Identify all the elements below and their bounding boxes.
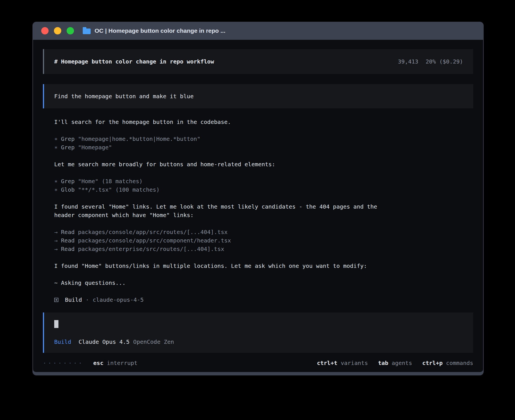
token-count: 39,413 (398, 57, 418, 66)
tool-call-grep-3: ∗ Grep "Home" (18 matches) (54, 177, 473, 185)
status-bar-left: ········ esc interrupt (43, 359, 138, 367)
zoom-button[interactable] (67, 27, 74, 34)
tool-call-grep-2: ∗ Grep "Homepage" (54, 143, 473, 152)
user-message-text: Find the homepage button and make it blu… (54, 92, 194, 100)
tool-arrow-icon: → (54, 245, 58, 253)
tool-name: Grep (61, 135, 75, 143)
tool-name: Glob (61, 185, 75, 194)
window-title: OC | Homepage button color change in rep… (95, 27, 225, 34)
folder-icon (83, 29, 91, 34)
session-title: # Homepage button color change in repo w… (54, 57, 214, 66)
session-stats: 39,413 20% ($0.29) (398, 57, 463, 66)
tool-arrow-icon: → (54, 228, 58, 236)
tool-args: "**/*.tsx" (100 matches) (78, 185, 160, 194)
shortcut-key: tab (378, 359, 388, 367)
tool-bullet-icon: ∗ (54, 135, 58, 143)
tool-bullet-icon: ∗ (54, 143, 58, 152)
input-mode-line: Build Claude Opus 4.5 OpenCode Zen (54, 338, 463, 346)
tool-call-read-1: → Read packages/console/app/src/routes/[… (54, 228, 473, 236)
tool-args: "homepage|home.*button|Home.*button" (78, 135, 200, 143)
tool-args: packages/console/app/src/routes/[...404]… (78, 228, 228, 236)
agent-separator: · (86, 296, 89, 304)
text-cursor (54, 320, 58, 328)
tool-bullet-icon: ∗ (54, 177, 58, 185)
status-bar-right: ctrl+t variants tab agents ctrl+p comman… (307, 359, 473, 367)
tool-call-glob: ∗ Glob "**/*.tsx" (100 matches) (54, 185, 473, 194)
agent-status: Build · claude-opus-4-5 (54, 296, 473, 304)
shortcut-variants: ctrl+t variants (317, 359, 368, 367)
shortcut-label: agents (392, 359, 412, 367)
context-cost: 20% ($0.29) (426, 57, 463, 66)
shortcut-label: variants (341, 359, 368, 367)
traffic-lights (41, 27, 74, 34)
assistant-message-1: I'll search for the homepage button in t… (54, 118, 473, 126)
tool-name: Grep (61, 177, 75, 185)
tool-group-3: → Read packages/console/app/src/routes/[… (54, 228, 473, 253)
assistant-message-2: Let me search more broadly for buttons a… (54, 160, 473, 169)
agent-name: Build (65, 296, 82, 304)
spinner-dots-icon: ········ (43, 359, 84, 367)
tool-name: Read (61, 236, 75, 245)
transcript: I'll search for the homepage button in t… (43, 118, 473, 304)
tool-args: "Home" (18 matches) (78, 177, 143, 185)
tool-arrow-icon: → (54, 236, 58, 245)
tool-bullet-icon: ∗ (54, 185, 58, 194)
user-message: Find the homepage button and make it blu… (43, 84, 473, 108)
tool-args: "Homepage" (78, 143, 112, 152)
shortcut-key: ctrl+p (422, 359, 442, 367)
assistant-message-4: I found "Home" buttons/links in multiple… (54, 262, 473, 270)
asking-questions-status: ~ Asking questions... (54, 279, 473, 287)
model-name[interactable]: Claude Opus 4.5 (78, 338, 130, 346)
tool-name: Grep (61, 143, 75, 152)
tool-call-grep-1: ∗ Grep "homepage|home.*button|Home.*butt… (54, 135, 473, 143)
title-group: OC | Homepage button color change in rep… (83, 27, 225, 34)
shortcut-agents: tab agents (378, 359, 412, 367)
session-header: # Homepage button color change in repo w… (43, 49, 473, 74)
terminal-window: OC | Homepage button color change in rep… (32, 22, 484, 375)
esc-key-hint: esc (93, 359, 103, 367)
shortcut-label: commands (446, 359, 473, 367)
shortcut-key: ctrl+t (317, 359, 337, 367)
shortcut-commands: ctrl+p commands (422, 359, 473, 367)
close-button[interactable] (41, 27, 49, 34)
input-line[interactable] (54, 320, 463, 328)
tool-group-1: ∗ Grep "homepage|home.*button|Home.*butt… (54, 135, 473, 152)
window-titlebar[interactable]: OC | Homepage button color change in rep… (33, 22, 483, 40)
tool-args: packages/console/app/src/component/heade… (78, 236, 231, 245)
tool-name: Read (61, 228, 75, 236)
esc-key-label: interrupt (107, 359, 137, 367)
terminal-content: # Homepage button color change in repo w… (33, 40, 483, 372)
tool-call-read-2: → Read packages/console/app/src/componen… (54, 236, 473, 245)
agent-icon (54, 298, 58, 302)
status-bar: ········ esc interrupt ctrl+t variants t… (43, 359, 473, 367)
assistant-message-3: I found several "Home" links. Let me loo… (54, 202, 473, 219)
tool-call-read-3: → Read packages/enterprise/src/routes/[.… (54, 245, 473, 253)
agent-model: claude-opus-4-5 (93, 296, 144, 304)
tool-name: Read (61, 245, 75, 253)
minimize-button[interactable] (54, 27, 61, 34)
prompt-input[interactable]: Build Claude Opus 4.5 OpenCode Zen (43, 312, 473, 353)
tool-group-2: ∗ Grep "Home" (18 matches) ∗ Glob "**/*.… (54, 177, 473, 194)
tool-args: packages/enterprise/src/routes/[...404].… (78, 245, 224, 253)
mode-indicator[interactable]: Build (54, 338, 71, 346)
model-provider: OpenCode Zen (133, 338, 174, 346)
